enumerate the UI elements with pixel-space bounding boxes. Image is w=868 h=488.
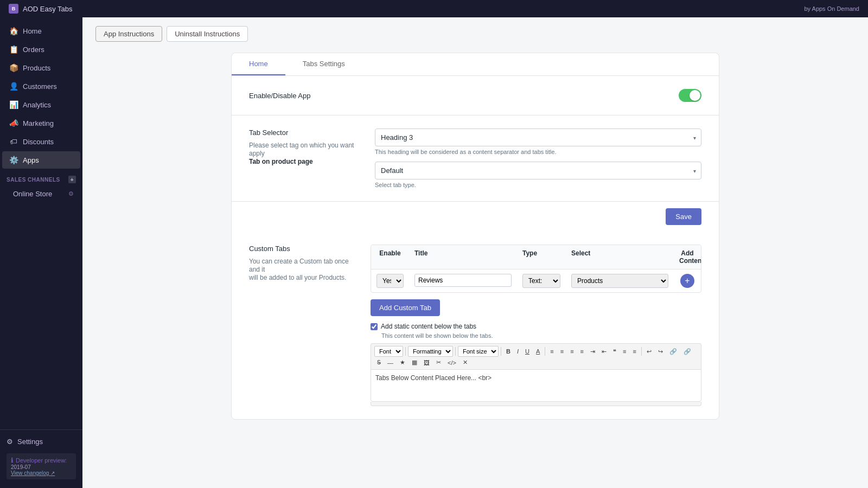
strikethrough-button[interactable]: S̶ xyxy=(374,358,384,367)
color-button[interactable]: A xyxy=(533,347,542,356)
enable-disable-label: Enable/Disable App xyxy=(249,92,310,100)
online-store-label: Online Store xyxy=(13,190,52,198)
align-right-button[interactable]: ≡ xyxy=(567,347,576,356)
enable-disable-section: Enable/Disable App xyxy=(232,76,719,115)
sidebar-item-products[interactable]: 📦 Products xyxy=(2,59,80,76)
type-row-select[interactable]: Text: HTML: xyxy=(522,274,560,288)
marketing-icon: 📣 xyxy=(9,119,18,127)
clean-button[interactable]: ✂ xyxy=(433,358,444,367)
bold-button[interactable]: B xyxy=(503,347,513,356)
rte-sep1 xyxy=(405,347,406,356)
card-tab-home[interactable]: Home xyxy=(232,53,285,75)
heading-select[interactable]: Heading 1 Heading 2 Heading 3 Heading 4 … xyxy=(375,129,701,146)
underline-button[interactable]: U xyxy=(522,347,532,356)
top-bar-left: B AOD Easy Tabs xyxy=(9,4,73,14)
sidebar-item-discounts[interactable]: 🏷 Discounts xyxy=(2,133,80,150)
table-header: Enable Title Type Select Add Content xyxy=(371,245,701,269)
sales-channels-label: SALES CHANNELS xyxy=(7,177,60,183)
font-select[interactable]: Font xyxy=(374,346,403,357)
redo-button[interactable]: ↪ xyxy=(655,347,666,356)
row-title xyxy=(409,269,517,292)
italic-button[interactable]: I xyxy=(514,347,521,356)
static-content-area: Add static content below the tabs This c… xyxy=(371,323,701,406)
info-icon: ℹ xyxy=(11,457,14,464)
type-select[interactable]: Default Accordion Toggle xyxy=(375,162,701,179)
custom-tabs-layout: Custom Tabs You can create a Custom tab … xyxy=(249,245,701,406)
static-content-checkbox-row: Add static content below the tabs xyxy=(371,323,701,330)
sidebar-item-label: Products xyxy=(23,64,50,72)
col-enable-header: Enable xyxy=(371,245,409,269)
align-center-button[interactable]: ≡ xyxy=(558,347,566,356)
rte-sep2 xyxy=(455,347,456,356)
app-attribution: by Apps On Demand xyxy=(804,5,859,12)
main-card: Home Tabs Settings Enable/Disable App Ta… xyxy=(231,53,719,420)
col-title-header: Title xyxy=(409,245,517,269)
sales-channels-section: SALES CHANNELS + xyxy=(0,169,82,185)
add-sales-channel-button[interactable]: + xyxy=(68,176,76,183)
editor-text: Tabs Below Content Placed Here... <br> xyxy=(375,374,492,382)
em-dash-button[interactable]: — xyxy=(385,358,396,367)
outdent-button[interactable]: ⇤ xyxy=(599,347,609,356)
tab-selector-desc2: Tab on product page xyxy=(249,158,313,165)
rte-footer xyxy=(371,402,701,406)
col-type-header: Type xyxy=(517,245,566,269)
enable-disable-toggle[interactable] xyxy=(679,89,701,102)
title-input[interactable] xyxy=(414,274,512,287)
link-button[interactable]: 🔗 xyxy=(667,347,680,356)
blockquote-button[interactable]: ❝ xyxy=(610,347,619,356)
sidebar-item-online-store[interactable]: Online Store ⚙ xyxy=(2,186,80,202)
save-row: Save xyxy=(232,202,719,232)
sidebar-item-analytics[interactable]: 📊 Analytics xyxy=(2,96,80,113)
col-add-content-header: Add Content xyxy=(674,245,701,269)
static-content-hint: This content will be shown below the tab… xyxy=(381,332,701,339)
sidebar-item-label: Customers xyxy=(23,82,57,91)
sidebar-item-marketing[interactable]: 📣 Marketing xyxy=(2,114,80,132)
rte-content[interactable]: Tabs Below Content Placed Here... <br> xyxy=(371,369,701,402)
formatting-select[interactable]: Formatting xyxy=(408,346,453,357)
card-tab-settings[interactable]: Tabs Settings xyxy=(285,53,362,75)
custom-tabs-table: Enable Title Type Select Add Content Yes xyxy=(371,245,701,293)
font-size-select[interactable]: Font size xyxy=(458,346,499,357)
fullscreen-button[interactable]: ✕ xyxy=(460,358,470,367)
add-custom-tab-button[interactable]: Add Custom Tab xyxy=(371,299,440,316)
settings-item[interactable]: ⚙ Settings xyxy=(7,434,76,449)
uninstall-instructions-tab[interactable]: Uninstall Instructions xyxy=(167,26,248,42)
sidebar-item-home[interactable]: 🏠 Home xyxy=(2,22,80,40)
save-button[interactable]: Save xyxy=(666,208,701,225)
sidebar-item-orders[interactable]: 📋 Orders xyxy=(2,41,80,58)
indent-button[interactable]: ⇥ xyxy=(588,347,598,356)
html-button[interactable]: </> xyxy=(445,358,459,367)
col-select-header: Select xyxy=(566,245,674,269)
custom-tabs-label: Custom Tabs xyxy=(249,245,358,253)
online-store-settings-icon[interactable]: ⚙ xyxy=(68,190,74,197)
table-button[interactable]: ▦ xyxy=(409,358,420,367)
sidebar: 🏠 Home 📋 Orders 📦 Products 👤 Customers 📊… xyxy=(0,17,82,488)
sidebar-item-label: Apps xyxy=(23,156,39,164)
undo-button[interactable]: ↩ xyxy=(644,347,654,356)
sidebar-item-customers[interactable]: 👤 Customers xyxy=(2,78,80,95)
rte-sep4 xyxy=(545,347,545,356)
app-instructions-tab[interactable]: App Instructions xyxy=(95,26,162,42)
apps-icon: ⚙️ xyxy=(9,156,18,164)
star-button[interactable]: ★ xyxy=(397,358,408,367)
ul-button[interactable]: ≡ xyxy=(620,347,629,356)
add-content-button[interactable]: + xyxy=(680,274,694,288)
align-justify-button[interactable]: ≡ xyxy=(578,347,586,356)
align-left-button[interactable]: ≡ xyxy=(547,347,556,356)
tab-selector-section: Tab Selector Please select tag on which … xyxy=(232,115,719,202)
row-select: Products xyxy=(566,269,674,292)
ol-button[interactable]: ≡ xyxy=(630,347,639,356)
custom-tabs-section: Custom Tabs You can create a Custom tab … xyxy=(232,232,719,419)
dev-preview-date: 2019-07 xyxy=(11,464,72,470)
static-content-label[interactable]: Add static content below the tabs xyxy=(381,323,476,330)
unlink-button[interactable]: 🔗 xyxy=(681,347,694,356)
enable-select[interactable]: Yes No xyxy=(376,274,404,288)
sidebar-bottom: ⚙ Settings ℹ Developer preview: 2019-07 … xyxy=(0,429,82,484)
rte-sep3 xyxy=(501,347,501,356)
content-select[interactable]: Products xyxy=(571,274,668,288)
image-button[interactable]: 🖼 xyxy=(421,358,432,367)
view-changelog-link[interactable]: View changelog ↗ xyxy=(11,470,72,476)
sidebar-item-apps[interactable]: ⚙️ Apps xyxy=(2,151,80,169)
static-content-checkbox[interactable] xyxy=(371,323,378,330)
sidebar-item-label: Orders xyxy=(23,46,44,54)
